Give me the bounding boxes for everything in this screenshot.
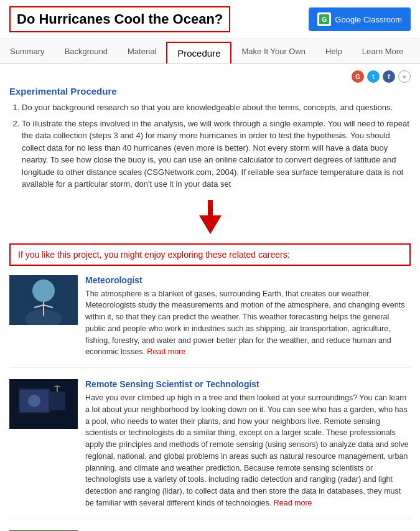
tab-procedure[interactable]: Procedure: [166, 42, 231, 63]
page-title: Do Hurricanes Cool the Ocean?: [9, 6, 230, 32]
experimental-procedure-title: Experimental Procedure: [9, 86, 411, 96]
career-desc-remote-sensing: Have you ever climbed up high in a tree …: [85, 392, 411, 509]
svg-rect-10: [50, 392, 65, 410]
tab-summary[interactable]: Summary: [0, 39, 55, 63]
svg-point-9: [28, 395, 40, 407]
related-careers-box: If you like this project, you might enjo…: [9, 243, 411, 266]
google-classroom-button[interactable]: G Google Classroom: [309, 7, 411, 31]
career-image-meteorologist: [9, 275, 78, 325]
career-item-remote-sensing: Remote Sensing Scientist or Technologist…: [9, 379, 411, 519]
arrow-shaft: [208, 200, 213, 215]
down-arrow: [9, 200, 411, 234]
career-desc-meteorologist: The atmosphere is a blanket of gases, su…: [85, 288, 411, 359]
career-content-remote-sensing: Remote Sensing Scientist or Technologist…: [85, 379, 411, 509]
google-share-icon[interactable]: G: [352, 70, 364, 83]
facebook-share-icon[interactable]: f: [383, 70, 395, 83]
page-header: Do Hurricanes Cool the Ocean? G Google C…: [0, 0, 420, 39]
career-image-remote-sensing: [9, 379, 78, 429]
google-classroom-icon: G: [317, 12, 331, 26]
tab-help[interactable]: Help: [315, 39, 352, 63]
twitter-share-icon[interactable]: t: [367, 70, 380, 83]
procedure-steps: Do your background research so that you …: [9, 101, 411, 190]
tab-background[interactable]: Background: [55, 39, 118, 63]
career-title-meteorologist[interactable]: Meteorologist: [85, 275, 411, 285]
career-item-meteorologist: Meteorologist The atmosphere is a blanke…: [9, 275, 411, 369]
favorite-icon[interactable]: ♥: [398, 70, 411, 83]
tab-bar: Summary Background Material Procedure Ma…: [0, 39, 420, 64]
tab-make-it-your-own[interactable]: Make It Your Own: [231, 39, 315, 63]
main-content: G t f ♥ Experimental Procedure Do your b…: [0, 64, 420, 531]
arrow-head: [199, 215, 222, 234]
tab-material[interactable]: Material: [118, 39, 166, 63]
careers-list: Meteorologist The atmosphere is a blanke…: [9, 275, 411, 532]
svg-point-1: [32, 280, 55, 302]
read-more-meteorologist[interactable]: Read more: [147, 347, 185, 356]
google-classroom-label: Google Classroom: [335, 15, 402, 24]
procedure-step-1: Do your background research so that you …: [22, 101, 411, 114]
related-careers-heading: If you like this project, you might enjo…: [18, 250, 290, 260]
tab-learn-more[interactable]: Learn More: [352, 39, 413, 63]
career-title-remote-sensing[interactable]: Remote Sensing Scientist or Technologist: [85, 379, 411, 389]
social-icons-row: G t f ♥: [9, 70, 411, 83]
procedure-step-2: To illustrate the steps involved in the …: [22, 118, 411, 190]
read-more-remote-sensing[interactable]: Read more: [274, 499, 312, 507]
career-content-meteorologist: Meteorologist The atmosphere is a blanke…: [85, 275, 411, 359]
